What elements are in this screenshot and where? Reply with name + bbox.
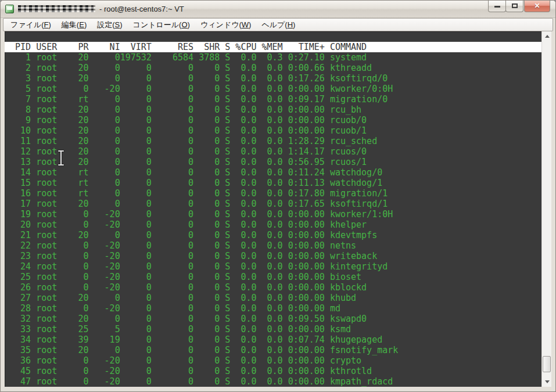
top-header-row: PID USER PR NI VIRT RES SHR S %CPU %MEM … — [5, 42, 541, 52]
process-row-pid-22: 22 root 0 -20 0 0 0 S 0.0 0.0 0:00.00 ne… — [5, 240, 541, 251]
menubar: ファイル(F)編集(E)設定(S)コントロール(O)ウィンドウ(W)ヘルプ(H) — [3, 18, 553, 31]
process-row-pid-16: 16 root rt 0 0 0 0 S 0.0 0.0 0:17.80 mig… — [5, 188, 541, 199]
process-row-pid-25: 25 root 0 -20 0 0 0 S 0.0 0.0 0:00.00 bi… — [5, 272, 541, 282]
terminal-client-area: PID USER PR NI VIRT RES SHR S %CPU %MEM … — [5, 31, 551, 387]
minimize-icon — [494, 6, 500, 8]
process-row-pid-19: 19 root 0 -20 0 0 0 S 0.0 0.0 0:00.00 kw… — [5, 209, 541, 220]
window-title: - root@test-centos7:~ VT — [99, 5, 184, 13]
process-row-pid-20: 20 root 0 -20 0 0 0 S 0.0 0.0 0:00.00 kh… — [5, 220, 541, 230]
process-row-pid-23: 23 root 0 -20 0 0 0 S 0.0 0.0 0:00.00 wr… — [5, 251, 541, 261]
process-row-pid-36: 36 root 0 -20 0 0 0 S 0.0 0.0 0:00.00 cr… — [5, 355, 541, 366]
process-row-pid-10: 10 root 20 0 0 0 0 S 0.0 0.0 0:00.00 rcu… — [5, 125, 541, 136]
process-row-pid-24: 24 root 0 -20 0 0 0 S 0.0 0.0 0:00.00 ki… — [5, 261, 541, 272]
process-row-pid-15: 15 root rt 0 0 0 0 S 0.0 0.0 0:11.13 wat… — [5, 178, 541, 188]
scrollbar[interactable] — [541, 31, 551, 387]
maximize-icon — [512, 3, 518, 8]
window-titlebar[interactable]: - root@test-centos7:~ VT ✕ — [1, 1, 555, 18]
scroll-up-button[interactable] — [542, 31, 552, 41]
process-row-pid-32: 32 root 20 0 0 0 0 S 0.0 0.0 0:09.50 ksw… — [5, 314, 541, 324]
process-row-pid-1: 1 root 20 0197532 6584 3788 S 0.0 0.3 0:… — [5, 52, 541, 63]
teraterm-app-icon — [5, 5, 14, 13]
process-row-pid-3: 3 root 20 0 0 0 0 S 0.0 0.0 0:17.26 ksof… — [5, 73, 541, 84]
process-row-pid-28: 28 root 0 -20 0 0 0 S 0.0 0.0 0:00.00 md — [5, 303, 541, 314]
menu-setup[interactable]: 設定(S) — [92, 19, 127, 31]
process-row-pid-13: 13 root 20 0 0 0 0 S 0.0 0.0 0:56.95 rcu… — [5, 157, 541, 167]
process-row-pid-14: 14 root rt 0 0 0 0 S 0.0 0.0 0:11.24 wat… — [5, 167, 541, 178]
menu-window[interactable]: ウィンドウ(W) — [195, 19, 256, 31]
minimize-button[interactable] — [488, 1, 506, 12]
close-icon: ✕ — [525, 1, 550, 12]
teraterm-window: - root@test-centos7:~ VT ✕ ファイル(F)編集(E)設… — [0, 0, 556, 392]
process-row-pid-45: 45 root 0 -20 0 0 0 S 0.0 0.0 0:00.00 kt… — [5, 366, 541, 376]
scroll-down-button[interactable] — [542, 377, 552, 387]
process-list: 1 root 20 0197532 6584 3788 S 0.0 0.3 0:… — [5, 52, 541, 387]
scrollbar-track[interactable] — [542, 41, 551, 377]
close-button[interactable]: ✕ — [524, 1, 550, 12]
window-controls: ✕ — [489, 1, 550, 12]
process-row-pid-5: 5 root 0 -20 0 0 0 S 0.0 0.0 0:00.00 kwo… — [5, 84, 541, 94]
process-row-pid-26: 26 root 0 -20 0 0 0 S 0.0 0.0 0:00.00 kb… — [5, 282, 541, 293]
process-row-pid-11: 11 root 20 0 0 0 0 S 0.0 0.0 1:28.29 rcu… — [5, 136, 541, 146]
terminal-blank-line — [5, 31, 541, 42]
process-row-pid-35: 35 root 20 0 0 0 0 S 0.0 0.0 0:00.00 fsn… — [5, 345, 541, 355]
process-row-pid-33: 33 root 25 5 0 0 0 S 0.0 0.0 0:00.00 ksm… — [5, 324, 541, 335]
process-row-pid-8: 8 root 20 0 0 0 0 S 0.0 0.0 0:00.00 rcu_… — [5, 105, 541, 115]
process-row-pid-9: 9 root 20 0 0 0 0 S 0.0 0.0 0:00.00 rcuo… — [5, 115, 541, 125]
process-row-pid-2: 2 root 20 0 0 0 0 S 0.0 0.0 0:00.66 kthr… — [5, 63, 541, 73]
menu-edit[interactable]: 編集(E) — [56, 19, 92, 31]
menu-control[interactable]: コントロール(O) — [128, 19, 195, 31]
process-row-pid-12: 12 root 20 0 0 0 0 S 0.0 0.0 1:14.17 rcu… — [5, 146, 541, 157]
process-row-pid-21: 21 root 20 0 0 0 0 S 0.0 0.0 0:00.00 kde… — [5, 230, 541, 240]
title-redacted-text — [18, 5, 95, 12]
maximize-button[interactable] — [505, 1, 523, 12]
terminal-screen[interactable]: PID USER PR NI VIRT RES SHR S %CPU %MEM … — [5, 31, 541, 387]
process-row-pid-7: 7 root rt 0 0 0 0 S 0.0 0.0 0:09.17 migr… — [5, 94, 541, 105]
process-row-pid-34: 34 root 39 19 0 0 0 S 0.0 0.0 0:07.74 kh… — [5, 335, 541, 345]
arrow-up-icon — [545, 35, 550, 38]
process-row-pid-17: 17 root 20 0 0 0 0 S 0.0 0.0 0:17.65 kso… — [5, 199, 541, 209]
menu-help[interactable]: ヘルプ(H) — [256, 19, 300, 31]
scrollbar-thumb[interactable] — [543, 356, 551, 372]
process-row-pid-47: 47 root 0 -20 0 0 0 S 0.0 0.0 0:00.00 km… — [5, 376, 541, 387]
process-row-pid-27: 27 root 20 0 0 0 0 S 0.0 0.0 0:00.00 khu… — [5, 293, 541, 303]
arrow-down-icon — [545, 380, 550, 383]
menu-file[interactable]: ファイル(F) — [5, 19, 56, 31]
